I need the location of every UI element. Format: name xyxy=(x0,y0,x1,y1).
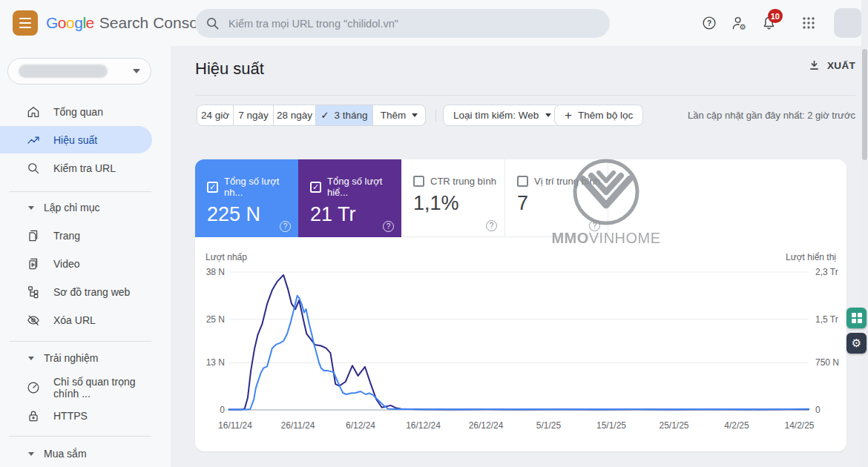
help-icon[interactable]: ? xyxy=(383,221,394,232)
page-title: Hiệu suất xyxy=(195,59,264,79)
svg-text:14/2/25: 14/2/25 xyxy=(784,420,814,431)
filter-divider xyxy=(435,109,436,122)
svg-text:Lượt nhấp: Lượt nhấp xyxy=(206,252,247,262)
topbar: Google Search Console ? ⚙ xyxy=(0,0,868,46)
sidebar-item-video[interactable]: Video xyxy=(0,250,152,277)
sidebar-divider xyxy=(9,341,151,342)
range-7d[interactable]: 7 ngày xyxy=(234,105,274,125)
video-pages-icon xyxy=(26,256,41,271)
card-label: Tổng số lượt hiể... xyxy=(327,176,401,198)
avatar[interactable] xyxy=(834,8,862,38)
metric-cards-row: ✓ Tổng số lượt nh... 225 N ? ✓ Tổng số l… xyxy=(195,159,846,237)
user-settings-button[interactable]: ⚙ xyxy=(724,8,754,38)
lock-icon xyxy=(26,408,41,423)
card-value: 7 xyxy=(517,192,608,215)
checkbox-checked-icon[interactable]: ✓ xyxy=(207,182,218,193)
sidebar-divider xyxy=(9,191,151,192)
gear-icon: ⚙ xyxy=(852,337,861,350)
checkbox-checked-icon[interactable]: ✓ xyxy=(310,182,321,193)
svg-text:16/12/24: 16/12/24 xyxy=(406,420,441,431)
total-clicks-card[interactable]: ✓ Tổng số lượt nh... 225 N ? xyxy=(195,159,298,237)
sidebar-item-label: Tổng quan xyxy=(53,106,103,118)
svg-text:16/11/24: 16/11/24 xyxy=(218,420,252,431)
topbar-actions: ? ⚙ 10 xyxy=(694,0,868,46)
card-label: Tổng số lượt nh... xyxy=(224,176,298,198)
card-value: 1,1% xyxy=(413,192,504,215)
svg-text:⚙: ⚙ xyxy=(739,22,746,30)
average-ctr-card[interactable]: CTR trung bình 1,1% ? xyxy=(401,159,505,237)
export-button[interactable]: XUẤT xyxy=(808,59,855,72)
pages-icon xyxy=(26,228,41,243)
header-divider xyxy=(195,95,855,96)
range-more-dropdown[interactable]: Thêm xyxy=(373,105,425,125)
date-range-segmented-control: 24 giờ 7 ngày 28 ngày ✓ 3 tháng Thêm xyxy=(197,105,426,126)
export-label: XUẤT xyxy=(827,60,855,71)
sidebar-item-pages[interactable]: Trang xyxy=(0,222,152,249)
svg-text:26/11/24: 26/11/24 xyxy=(281,420,315,431)
hamburger-menu-icon[interactable] xyxy=(13,10,38,36)
svg-text:2,3 Tr: 2,3 Tr xyxy=(815,267,838,277)
sidebar-item-sitemaps[interactable]: Sơ đồ trang web xyxy=(0,278,152,305)
card-label: Vị trí trung bình xyxy=(534,176,600,187)
extension-capture-button[interactable] xyxy=(846,308,867,328)
sidebar-item-performance[interactable]: Hiệu suất xyxy=(0,126,152,153)
checkbox-unchecked-icon[interactable] xyxy=(413,176,424,187)
range-28d[interactable]: 28 ngày xyxy=(274,105,316,125)
download-icon xyxy=(808,59,821,72)
chevron-down-icon xyxy=(545,113,551,117)
section-label: Trải nghiệm xyxy=(44,352,98,364)
property-name-redacted xyxy=(19,64,108,78)
sidebar-item-label: Xóa URL xyxy=(53,314,96,326)
chevron-down-icon xyxy=(28,206,34,210)
home-icon xyxy=(26,105,41,119)
sidebar-item-label: Hiệu suất xyxy=(53,134,97,146)
help-icon[interactable]: ? xyxy=(589,220,600,231)
property-selector[interactable] xyxy=(7,58,151,85)
sidebar-item-label: Kiểm tra URL xyxy=(53,162,116,174)
svg-text:750 N: 750 N xyxy=(815,357,839,368)
search-type-filter[interactable]: Loại tìm kiếm: Web xyxy=(443,105,562,126)
notifications-button[interactable]: 10 xyxy=(754,8,783,38)
check-icon: ✓ xyxy=(321,110,329,121)
range-3m-selected[interactable]: ✓ 3 tháng xyxy=(316,105,373,125)
apps-grid-icon xyxy=(801,16,816,30)
google-logo: Google xyxy=(46,14,94,32)
help-button[interactable]: ? xyxy=(694,8,724,38)
add-filter-button[interactable]: + Thêm bộ lọc xyxy=(554,105,643,126)
eye-off-icon xyxy=(26,313,41,328)
scrollbar-thumb[interactable] xyxy=(862,49,867,160)
svg-text:5/1/25: 5/1/25 xyxy=(536,420,562,431)
sidebar-section-experience[interactable]: Trải nghiệm xyxy=(0,349,152,367)
sidebar-section-indexing[interactable]: Lập chỉ mục xyxy=(0,199,152,216)
average-position-card[interactable]: Vị trí trung bình 7 ? xyxy=(505,159,608,237)
extension-settings-button[interactable]: ⚙ xyxy=(846,333,867,354)
apps-grid-button[interactable] xyxy=(794,8,823,38)
sidebar-item-url-inspection[interactable]: Kiểm tra URL xyxy=(0,154,152,182)
sidebar-item-removals[interactable]: Xóa URL xyxy=(0,306,152,334)
url-inspection-searchbox[interactable] xyxy=(195,9,610,38)
checkbox-unchecked-icon[interactable] xyxy=(517,176,528,187)
help-icon[interactable]: ? xyxy=(280,221,291,232)
plus-icon: + xyxy=(565,108,572,123)
sidebar: Tổng quan Hiệu suất Kiểm tra URL xyxy=(0,46,171,467)
scrollbar[interactable] xyxy=(861,0,868,467)
sidebar-section-shopping[interactable]: Mua sắm xyxy=(0,445,152,463)
chevron-down-icon xyxy=(412,113,418,117)
magnifier-icon xyxy=(26,161,41,176)
chevron-down-icon xyxy=(133,69,140,73)
svg-text:1,5 Tr: 1,5 Tr xyxy=(815,314,838,325)
product-name: Search Console xyxy=(99,14,210,32)
sitemap-icon xyxy=(26,285,41,299)
range-24h[interactable]: 24 giờ xyxy=(197,105,234,125)
performance-icon xyxy=(26,133,41,148)
sidebar-item-overview[interactable]: Tổng quan xyxy=(0,98,152,125)
sidebar-item-core-web-vitals[interactable]: Chỉ số quan trọng chính ... xyxy=(0,374,152,401)
sidebar-item-https[interactable]: HTTPS xyxy=(0,402,152,429)
search-input[interactable] xyxy=(228,18,599,30)
app-logo[interactable]: Google Search Console xyxy=(46,0,210,46)
total-impressions-card[interactable]: ✓ Tổng số lượt hiể... 21 Tr ? xyxy=(298,159,401,237)
card-label: CTR trung bình xyxy=(430,176,496,187)
sidebar-divider xyxy=(9,436,151,437)
svg-text:0: 0 xyxy=(220,405,225,415)
help-icon[interactable]: ? xyxy=(486,220,497,231)
